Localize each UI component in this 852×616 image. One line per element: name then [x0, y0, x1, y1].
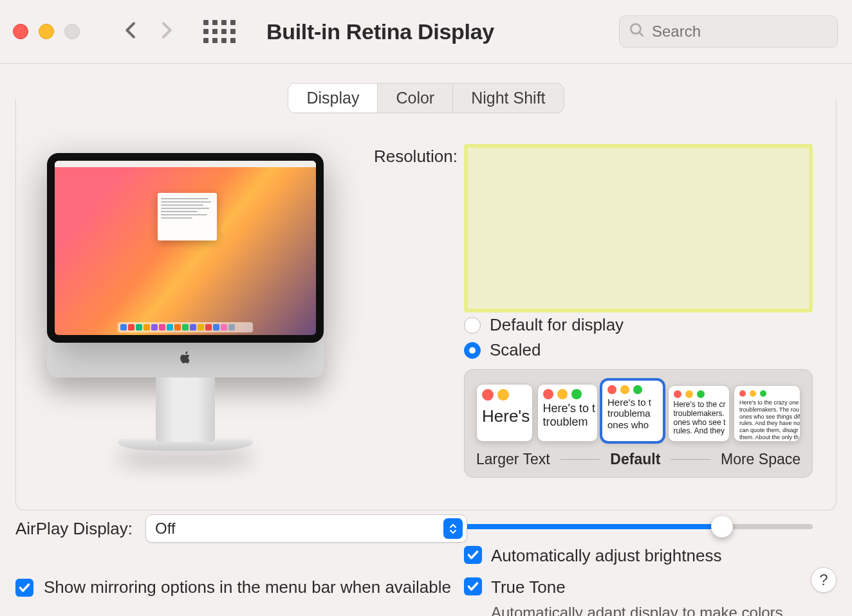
resolution-option-2[interactable]: Here's to t troublem [537, 384, 598, 442]
resolution-option-4[interactable]: Here's to the cr troublemakers. ones who… [668, 385, 730, 442]
forward-button[interactable] [156, 20, 176, 43]
back-button[interactable] [121, 20, 142, 43]
radio-scaled[interactable] [464, 342, 481, 359]
search-icon [629, 22, 645, 41]
radio-default-for-display[interactable] [464, 317, 481, 334]
maximize-window-button[interactable] [64, 24, 80, 39]
larger-text-label: Larger Text [476, 451, 550, 468]
show-mirroring-label: Show mirroring options in the menu bar w… [44, 577, 451, 597]
divider [560, 459, 600, 460]
resolution-option-4-text: Here's to the cr troublemakers. ones who… [669, 401, 729, 440]
resolution-option-5-text: Here's to the crazy one troublemakers. T… [734, 399, 800, 442]
divider [671, 459, 710, 460]
radio-default-label: Default for display [490, 315, 624, 335]
airplay-label: AirPlay Display: [15, 519, 133, 539]
resolution-label: Resolution: [358, 145, 464, 167]
apple-logo-icon [178, 351, 192, 365]
resolution-option-5[interactable]: Here's to the crazy one troublemakers. T… [734, 385, 801, 442]
nav-arrows [121, 20, 176, 43]
close-window-button[interactable] [13, 24, 28, 39]
resolution-option-1-text: Here's [477, 403, 532, 430]
help-button[interactable]: ? [811, 567, 837, 593]
highlight-overlay [464, 144, 813, 313]
resolution-option-2-text: Here's to t troublem [538, 402, 597, 432]
display-panel: Resolution: Default for display Scaled [15, 99, 837, 511]
true-tone-description: Automatically adapt display to make colo… [491, 602, 787, 616]
scaled-resolutions-box: Here's Here's to t troublem Here's to t … [464, 369, 813, 478]
search-input[interactable] [652, 23, 828, 41]
more-space-label: More Space [721, 451, 801, 468]
chevron-up-down-icon [443, 518, 463, 539]
resolution-option-1[interactable]: Here's [476, 384, 533, 442]
traffic-lights [13, 24, 80, 39]
display-preview [47, 153, 324, 451]
default-label: Default [610, 451, 660, 468]
show-all-button[interactable] [203, 20, 236, 43]
window-title: Built-in Retina Display [266, 19, 494, 44]
radio-scaled-label: Scaled [490, 340, 541, 360]
show-mirroring-checkbox[interactable] [15, 579, 33, 597]
svg-line-1 [639, 32, 642, 35]
resolution-option-3-selected[interactable]: Here's to t troublema ones who [602, 380, 663, 442]
airplay-display-value: Off [155, 520, 176, 538]
resolution-option-3-text: Here's to t troublema ones who [602, 397, 663, 434]
search-field[interactable] [619, 15, 838, 48]
minimize-window-button[interactable] [39, 24, 54, 39]
airplay-display-select[interactable]: Off [145, 514, 467, 543]
toolbar: Built-in Retina Display [0, 0, 852, 64]
